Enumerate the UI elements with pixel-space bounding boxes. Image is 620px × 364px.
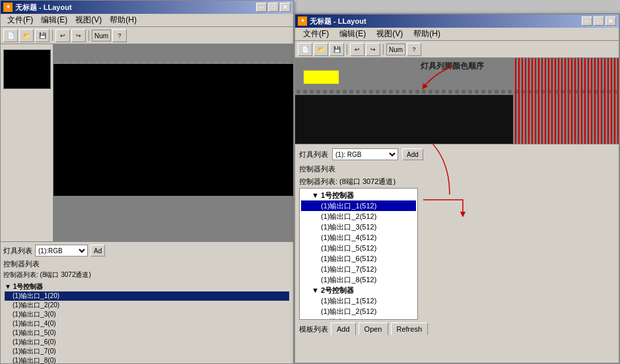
bottom-add-btn[interactable]: Add bbox=[331, 322, 356, 335]
bg-menubar: 文件(F) 编辑(E) 视图(V) 帮助(H) bbox=[1, 14, 293, 27]
bg-redo-btn[interactable]: ↪ bbox=[71, 29, 86, 42]
main-title: 无标题 - LLayout bbox=[310, 16, 366, 26]
per-port-arrow-svg bbox=[423, 195, 529, 274]
bg-controller-tree: ▼ 1号控制器 (1)输出口_1(20) (1)输出口_2(20) (1)输出口… bbox=[3, 281, 291, 364]
ctree-item-3[interactable]: (1)输出口_3(512) bbox=[301, 222, 416, 232]
bg-tree-item-2[interactable]: (1)输出口_2(20) bbox=[5, 301, 289, 310]
bg-tree-item-6[interactable]: (1)输出口_6(0) bbox=[5, 338, 289, 347]
bg-tree-item-7[interactable]: (1)输出口_7(0) bbox=[5, 347, 289, 356]
main-redo-btn[interactable]: ↪ bbox=[366, 43, 380, 56]
bg-menu-file[interactable]: 文件(F) bbox=[3, 13, 37, 27]
bg-open-btn[interactable]: 📂 bbox=[19, 29, 34, 42]
canvas-annotation: 灯具列脚颜色顺序 bbox=[421, 61, 484, 72]
bg-title: 无标题 - LLayout bbox=[15, 3, 72, 13]
bottom-buttons: 模板列表 Add Open Refresh bbox=[299, 322, 615, 335]
main-fixture-select[interactable]: (1): RGB bbox=[332, 148, 398, 160]
black-area-left bbox=[295, 95, 407, 144]
main-canvas-left bbox=[295, 58, 407, 144]
bg-new-btn[interactable]: 📄 bbox=[3, 29, 18, 42]
red-lines bbox=[513, 58, 619, 144]
bg-tree-item-8[interactable]: (1)输出口_8(0) bbox=[5, 356, 289, 364]
ctree-item2-3[interactable]: (1)输出口_3(512) bbox=[301, 317, 416, 320]
bg-titlebar-buttons: ─ □ ✕ bbox=[256, 3, 291, 12]
bg-tree-root[interactable]: ▼ 1号控制器 bbox=[5, 282, 289, 291]
main-undo-btn[interactable]: ↩ bbox=[350, 43, 364, 56]
main-content: 灯具列脚颜色顺序 灯具列表 (1): RGB bbox=[295, 58, 619, 363]
ctree-item-2[interactable]: (1)输出口_2(512) bbox=[301, 211, 416, 222]
bg-toolbar: 📄 📂 💾 ↩ ↪ Num ? bbox=[1, 27, 293, 44]
ctree-root2[interactable]: ▼ 2号控制器 bbox=[301, 285, 416, 295]
main-num-label: Num bbox=[386, 44, 405, 55]
main-menu-edit[interactable]: 编辑(E) bbox=[334, 27, 371, 41]
bg-close-btn[interactable]: ✕ bbox=[280, 3, 291, 12]
ctree-item-8[interactable]: (1)输出口_8(512) bbox=[301, 274, 416, 285]
bg-num-label: Num bbox=[92, 30, 111, 42]
main-sep2 bbox=[383, 44, 384, 55]
main-bottom-panel: 灯具列表 (1): RGB Add 控制器列表 控制器列表: (8端口 3072… bbox=[295, 144, 619, 335]
ctree-root1[interactable]: ▼ 1号控制器 bbox=[301, 190, 416, 200]
bg-menu-edit[interactable]: 编辑(E) bbox=[37, 13, 71, 27]
bottom-refresh-btn[interactable]: Refresh bbox=[391, 322, 429, 335]
bg-window: ✦ 无标题 - LLayout ─ □ ✕ 文件(F) 编辑(E) 视图(V) … bbox=[0, 0, 294, 364]
bg-tree-item-3[interactable]: (1)输出口_3(0) bbox=[5, 310, 289, 319]
main-canvas-area: 灯具列脚颜色顺序 bbox=[295, 58, 619, 144]
bg-menu-help[interactable]: 帮助(H) bbox=[106, 13, 141, 27]
main-menu-help[interactable]: 帮助(H) bbox=[408, 27, 446, 41]
main-sep1 bbox=[347, 44, 347, 55]
bg-tree-item-5[interactable]: (1)输出口_5(0) bbox=[5, 328, 289, 338]
bg-help-btn[interactable]: ? bbox=[112, 29, 127, 42]
bg-fixture-select[interactable]: (1):RGB bbox=[35, 245, 88, 257]
per-port-annotation: 每个口带载点数 bbox=[423, 195, 529, 320]
main-toolbar: 📄 📂 💾 ↩ ↪ Num ? bbox=[295, 41, 619, 58]
main-new-btn[interactable]: 📄 bbox=[298, 43, 312, 56]
main-menubar: 文件(F) 编辑(E) 视图(V) 帮助(H) bbox=[295, 28, 619, 41]
bg-tree-item-4[interactable]: (1)输出口_4(0) bbox=[5, 319, 289, 328]
bg-titlebar: ✦ 无标题 - LLayout ─ □ ✕ bbox=[1, 1, 293, 14]
main-titlebar: ✦ 无标题 - LLayout ─ □ ✕ bbox=[295, 15, 619, 28]
bg-maximize-btn[interactable]: □ bbox=[268, 3, 279, 12]
template-label: 模板列表 bbox=[299, 324, 328, 334]
bg-black-area bbox=[53, 64, 293, 196]
main-controller-section: 控制器列表: (8端口 3072通道) bbox=[299, 177, 615, 187]
main-open-btn[interactable]: 📂 bbox=[314, 43, 328, 56]
bg-controller-label: 控制器列表 bbox=[3, 259, 291, 269]
toolbar-sep2 bbox=[88, 30, 89, 41]
ctree-item2-1[interactable]: (1)输出口_1(512) bbox=[301, 295, 416, 306]
yellow-color-rect bbox=[303, 70, 339, 84]
bottom-open-btn[interactable]: Open bbox=[359, 322, 388, 335]
controller-tree-container: ▼ 1号控制器 (1)输出口_1(512) (1)输出口_2(512) (1)输… bbox=[299, 188, 615, 320]
bg-menu-view[interactable]: 视图(V) bbox=[71, 13, 106, 27]
bg-minimize-btn[interactable]: ─ bbox=[256, 3, 267, 12]
black-area-right bbox=[407, 95, 513, 144]
bg-tree-item-1[interactable]: (1)输出口_1(20) bbox=[5, 291, 289, 301]
bg-fixture-label: 灯具列表 bbox=[3, 246, 32, 256]
main-maximize-btn[interactable]: □ bbox=[594, 16, 604, 26]
bg-thumbnail bbox=[3, 49, 51, 89]
main-help-btn[interactable]: ? bbox=[407, 43, 421, 56]
ctree-item-7[interactable]: (1)输出口_7(512) bbox=[301, 264, 416, 274]
ctree-item-4[interactable]: (1)输出口_4(512) bbox=[301, 232, 416, 243]
ctree-item-1[interactable]: (1)输出口_1(512) bbox=[301, 200, 416, 211]
ctree-item-6[interactable]: (1)输出口_6(512) bbox=[301, 253, 416, 264]
bg-save-btn[interactable]: 💾 bbox=[35, 29, 50, 42]
main-fixture-label: 灯具列表 bbox=[299, 150, 328, 160]
ctree-item2-2[interactable]: (1)输出口_2(512) bbox=[301, 306, 416, 317]
ctree-item-5[interactable]: (1)输出口_5(512) bbox=[301, 243, 416, 253]
bg-app-icon: ✦ bbox=[3, 3, 13, 12]
coil-strip-left bbox=[295, 88, 407, 95]
main-menu-view[interactable]: 视图(V) bbox=[371, 27, 408, 41]
bg-add-btn[interactable]: Ad bbox=[90, 245, 105, 257]
main-controller-tree: ▼ 1号控制器 (1)输出口_1(512) (1)输出口_2(512) (1)输… bbox=[299, 188, 418, 320]
main-save-btn[interactable]: 💾 bbox=[329, 43, 344, 56]
main-controller-label: 控制器列表 bbox=[299, 164, 615, 174]
bg-fixture-row: 灯具列表 (1):RGB Ad bbox=[3, 245, 291, 257]
bg-undo-btn[interactable]: ↩ bbox=[55, 29, 70, 42]
main-fixture-row: 灯具列表 (1): RGB Add bbox=[299, 148, 615, 160]
main-canvas-right: 灯具列脚颜色顺序 bbox=[407, 58, 619, 144]
main-fixture-add-btn[interactable]: Add bbox=[402, 148, 423, 160]
toolbar-sep1 bbox=[52, 30, 53, 41]
main-minimize-btn[interactable]: ─ bbox=[582, 16, 592, 26]
main-menu-file[interactable]: 文件(F) bbox=[298, 27, 334, 41]
main-close-btn[interactable]: ✕ bbox=[605, 16, 616, 26]
bg-controller-section: 控制器列表: (8端口 3072通道) bbox=[3, 270, 291, 280]
